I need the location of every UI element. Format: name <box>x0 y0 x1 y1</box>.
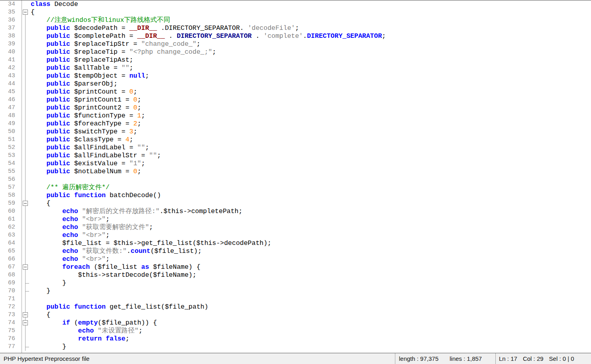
code-line[interactable] <box>29 176 591 184</box>
code-line[interactable]: public $printCount = 0; <box>29 88 591 96</box>
bookmark-margin <box>15 112 22 120</box>
bookmark-margin <box>15 160 22 168</box>
line-number: 63 <box>0 231 15 239</box>
code-line[interactable]: return false; <box>29 335 591 343</box>
code-line[interactable]: } <box>29 287 591 295</box>
fold-collapse-icon[interactable] <box>23 264 28 270</box>
code-line-row: 41 public $replaceTipAst; <box>0 56 591 64</box>
code-line[interactable]: echo "解密后的文件存放路径:".$this->completePath; <box>29 207 591 215</box>
bookmark-margin <box>15 72 22 80</box>
code-line-row: 42 public $allTable = ""; <box>0 64 591 72</box>
code-line-row: 67 foreach ($file_list as $fileName) { <box>0 263 591 271</box>
bookmark-margin <box>15 24 22 32</box>
line-number: 71 <box>0 295 15 303</box>
bookmark-margin <box>15 200 22 207</box>
code-line[interactable]: /** 遍历解密文件*/ <box>29 184 591 192</box>
status-bar: PHP Hypertext Preprocessor file length :… <box>0 353 591 364</box>
code-line-row: 47 public $printCount2 = 0; <box>0 104 591 112</box>
code-line[interactable]: public $allFindLabelStr = ""; <box>29 152 591 160</box>
fold-margin <box>22 8 29 16</box>
code-editor[interactable]: 34class Decode35{36 //注意windos下和linux下路线… <box>0 0 591 353</box>
fold-margin <box>22 88 29 96</box>
bookmark-margin <box>15 120 22 128</box>
code-line[interactable]: { <box>29 200 591 207</box>
bookmark-margin <box>15 207 22 215</box>
bookmark-margin <box>15 16 22 24</box>
code-line[interactable]: public $replaceTipStr = "change_code_"; <box>29 40 591 48</box>
code-line[interactable]: public $tempObject = null; <box>29 72 591 80</box>
code-line[interactable]: $this->startDecode($fileName); <box>29 271 591 279</box>
code-line-row: 77 } <box>0 343 591 351</box>
fold-collapse-icon[interactable] <box>23 312 28 317</box>
line-number: 53 <box>0 152 15 160</box>
bookmark-margin <box>15 271 22 279</box>
code-line-row: 51 public $classType = 4; <box>0 136 591 144</box>
code-line[interactable]: public $allFindLabel = ""; <box>29 144 591 152</box>
code-line[interactable]: public $existValue = "1"; <box>29 160 591 168</box>
code-line[interactable]: public $switchType = 3; <box>29 128 591 136</box>
line-number: 52 <box>0 144 15 152</box>
code-line-row: 53 public $allFindLabelStr = ""; <box>0 152 591 160</box>
bookmark-margin <box>15 215 22 223</box>
code-line[interactable]: echo "获取文件数:".count($file_list); <box>29 247 591 255</box>
code-line[interactable]: echo "<br>"; <box>29 215 591 223</box>
code-line[interactable]: public $decodePath = __DIR__ .DIRECTORY_… <box>29 24 591 32</box>
code-line[interactable]: } <box>29 343 591 351</box>
bookmark-margin <box>15 239 22 247</box>
fold-margin <box>22 303 29 311</box>
fold-margin <box>22 263 29 271</box>
fold-collapse-icon[interactable] <box>23 10 28 15</box>
fold-margin <box>22 255 29 263</box>
code-line[interactable]: } <box>29 279 591 287</box>
code-line[interactable]: public $completePath = __DIR__ . DIRECTO… <box>29 32 591 40</box>
code-line[interactable]: public function batchDecode() <box>29 192 591 200</box>
code-line[interactable]: //注意windos下和linux下路线格式不同 <box>29 16 591 24</box>
bookmark-margin <box>15 311 22 319</box>
code-line[interactable]: public $classType = 4; <box>29 136 591 144</box>
code-line[interactable]: class Decode <box>29 0 591 8</box>
fold-margin <box>22 327 29 335</box>
code-line-row: 49 public $foreachType = 2; <box>0 120 591 128</box>
code-line[interactable]: public $replaceTip = "<?php change_code_… <box>29 48 591 56</box>
code-line[interactable]: foreach ($file_list as $fileName) { <box>29 263 591 271</box>
code-line[interactable]: public $parserObj; <box>29 80 591 88</box>
line-number: 68 <box>0 271 15 279</box>
status-cursor-position[interactable]: Ln : 17 Col : 29 Sel : 0 | 0 <box>495 353 591 364</box>
code-line[interactable]: if (empty($file_path)) { <box>29 319 591 327</box>
code-line-row: 46 public $printCount1 = 0; <box>0 96 591 104</box>
code-line[interactable]: public $allTable = ""; <box>29 64 591 72</box>
fold-margin <box>22 72 29 80</box>
bookmark-margin <box>15 287 22 295</box>
code-line[interactable]: echo "<br>"; <box>29 231 591 239</box>
line-number: 39 <box>0 40 15 48</box>
code-line[interactable]: $file_list = $this->get_file_list($this-… <box>29 239 591 247</box>
fold-margin <box>22 200 29 207</box>
code-line[interactable]: public $printCount2 = 0; <box>29 104 591 112</box>
status-lines: lines : 1,857 <box>450 355 482 362</box>
code-line[interactable]: { <box>29 8 591 16</box>
code-line[interactable]: public function get_file_list($file_path… <box>29 303 591 311</box>
bookmark-margin <box>15 104 22 112</box>
code-line[interactable]: public $notLabelNum = 0; <box>29 168 591 176</box>
line-number: 69 <box>0 279 15 287</box>
code-line[interactable]: echo "<br>"; <box>29 255 591 263</box>
line-number: 34 <box>0 0 15 8</box>
code-line[interactable]: public $replaceTipAst; <box>29 56 591 64</box>
code-line[interactable]: public $printCount1 = 0; <box>29 96 591 104</box>
line-number: 61 <box>0 215 15 223</box>
code-line[interactable]: public $functionType = 1; <box>29 112 591 120</box>
fold-collapse-icon[interactable] <box>23 320 28 325</box>
code-line[interactable]: echo "未设置路径"; <box>29 327 591 335</box>
code-line[interactable]: echo "获取需要解密的文件"; <box>29 223 591 231</box>
line-number: 67 <box>0 263 15 271</box>
line-number: 35 <box>0 8 15 16</box>
code-line-row: 34class Decode <box>0 0 591 8</box>
fold-margin <box>22 311 29 319</box>
fold-collapse-icon[interactable] <box>23 201 28 206</box>
bookmark-margin <box>15 335 22 343</box>
bookmark-margin <box>15 0 22 8</box>
code-line[interactable]: public $foreachType = 2; <box>29 120 591 128</box>
code-line[interactable]: { <box>29 311 591 319</box>
code-line[interactable] <box>29 295 591 303</box>
fold-margin <box>22 279 29 287</box>
